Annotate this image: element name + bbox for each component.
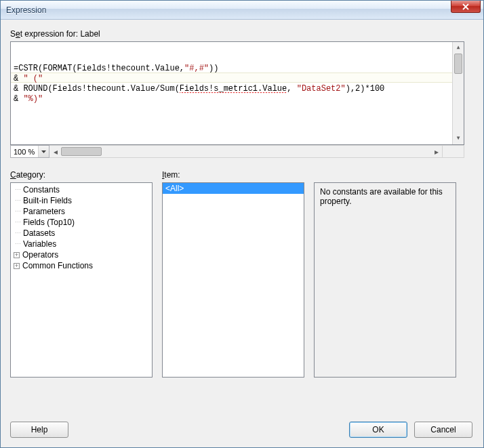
set-expression-label: Set expression for: Label	[10, 29, 474, 39]
tree-item[interactable]: ⋯Constants	[12, 184, 150, 195]
tree-leaf-icon: ⋯	[14, 197, 22, 204]
description-column: No constants are available for this prop…	[314, 170, 456, 378]
editor-horizontal-scrollbar[interactable]: ◂ ▸	[49, 145, 443, 158]
category-column: Category: ⋯Constants⋯Built-in Fields⋯Par…	[10, 170, 153, 378]
tree-leaf-icon: ⋯	[14, 186, 22, 193]
item-column: Item: <All>	[162, 170, 304, 378]
scroll-up-arrow-icon[interactable]: ▴	[453, 42, 464, 54]
scroll-track[interactable]	[61, 146, 430, 157]
chevron-down-icon	[41, 150, 46, 153]
close-icon	[462, 3, 469, 10]
description-label-spacer	[314, 170, 456, 180]
editor-footer: 100 % ◂ ▸	[10, 145, 464, 158]
tree-item[interactable]: +Common Functions	[12, 260, 150, 271]
item-list[interactable]: <All>	[162, 182, 304, 378]
category-label: Category:	[10, 170, 153, 180]
tree-item-label: Fields (Top10)	[22, 218, 75, 227]
window-title: Expression	[6, 5, 46, 15]
lower-panels: Category: ⋯Constants⋯Built-in Fields⋯Par…	[10, 170, 474, 378]
button-row: Help OK Cancel	[10, 422, 472, 438]
tree-leaf-icon: ⋯	[14, 241, 22, 247]
tree-item-label: Datasets	[22, 228, 55, 238]
tree-leaf-icon: ⋯	[14, 230, 22, 237]
scroll-right-arrow-icon[interactable]: ▸	[430, 146, 442, 157]
zoom-dropdown-button[interactable]	[38, 146, 49, 157]
description-text: No constants are available for this prop…	[320, 187, 443, 206]
tree-item-label: Constants	[22, 185, 60, 195]
dialog-content: Set expression for: Label =CSTR(FORMAT(F…	[1, 20, 483, 447]
expand-icon[interactable]: +	[14, 252, 20, 258]
tree-item[interactable]: ⋯Built-in Fields	[12, 195, 150, 206]
tree-item[interactable]: +Operators	[12, 249, 150, 260]
tree-item[interactable]: ⋯Fields (Top10)	[12, 217, 150, 228]
ok-button[interactable]: OK	[349, 422, 407, 438]
scroll-down-arrow-icon[interactable]: ▾	[453, 133, 464, 144]
tree-item-label: Parameters	[22, 207, 65, 216]
tree-leaf-icon: ⋯	[14, 219, 22, 226]
zoom-value: 100 %	[14, 148, 35, 156]
expression-editor-wrap: =CSTR(FORMAT(Fields!thecount.Value,"#,#"…	[10, 41, 464, 158]
scroll-corner	[443, 145, 464, 158]
scroll-left-arrow-icon[interactable]: ◂	[49, 146, 61, 157]
expression-editor[interactable]: =CSTR(FORMAT(Fields!thecount.Value,"#,#"…	[10, 41, 464, 145]
item-list-selected[interactable]: <All>	[163, 183, 304, 194]
tree-item-label: Built-in Fields	[22, 196, 72, 205]
tree-item-label: Variables	[22, 239, 56, 249]
tree-item[interactable]: ⋯Parameters	[12, 206, 150, 217]
help-button[interactable]: Help	[10, 422, 68, 438]
close-button[interactable]	[451, 1, 481, 13]
cancel-button[interactable]: Cancel	[414, 422, 472, 438]
category-tree[interactable]: ⋯Constants⋯Built-in Fields⋯Parameters⋯Fi…	[10, 182, 153, 378]
expand-icon[interactable]: +	[14, 263, 20, 269]
tree-item-label: Operators	[21, 250, 58, 260]
expression-dialog: Expression Set expression for: Label =CS…	[0, 0, 484, 448]
zoom-combo[interactable]: 100 %	[10, 145, 49, 158]
item-label: Item:	[162, 170, 304, 180]
tree-item-label: Common Functions	[21, 261, 93, 270]
tree-item[interactable]: ⋯Variables	[12, 239, 150, 249]
scroll-thumb[interactable]	[61, 147, 102, 156]
tree-item[interactable]: ⋯Datasets	[12, 228, 150, 239]
tree-leaf-icon: ⋯	[14, 208, 22, 215]
description-box: No constants are available for this prop…	[314, 182, 456, 378]
titlebar[interactable]: Expression	[1, 1, 483, 20]
